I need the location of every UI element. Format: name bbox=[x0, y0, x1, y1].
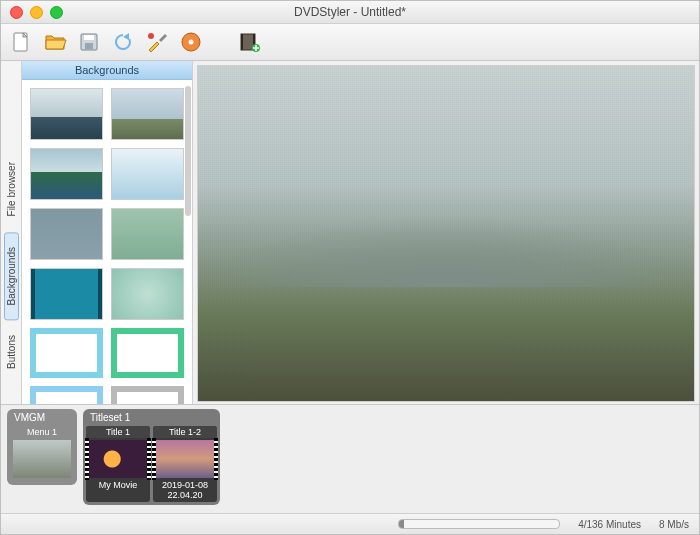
status-bitrate: 8 Mb/s bbox=[659, 519, 689, 530]
timeline-group-label: VMGM bbox=[10, 411, 74, 426]
svg-point-6 bbox=[148, 33, 154, 39]
clip-thumb bbox=[89, 440, 147, 478]
bg-thumb[interactable] bbox=[30, 208, 103, 260]
minimize-window-button[interactable] bbox=[30, 6, 43, 19]
clip-head: Title 1 bbox=[86, 426, 150, 438]
clip-head: Menu 1 bbox=[10, 426, 74, 438]
refresh-button[interactable] bbox=[109, 28, 137, 56]
bg-thumb[interactable] bbox=[111, 386, 184, 404]
add-video-icon bbox=[237, 30, 261, 54]
svg-marker-5 bbox=[123, 33, 129, 40]
side-tab-strip: File browser Backgrounds Buttons bbox=[1, 61, 22, 404]
bg-thumb[interactable] bbox=[111, 328, 184, 378]
backgrounds-scrollbar[interactable] bbox=[185, 86, 191, 216]
disc-usage-bar bbox=[398, 519, 560, 529]
tools-icon bbox=[145, 30, 169, 54]
new-file-icon bbox=[9, 30, 33, 54]
bg-thumb[interactable] bbox=[111, 88, 184, 140]
clip-thumb bbox=[156, 440, 214, 478]
bg-thumb[interactable] bbox=[30, 88, 103, 140]
add-video-button[interactable] bbox=[235, 28, 263, 56]
bg-thumb[interactable] bbox=[111, 208, 184, 260]
new-file-button[interactable] bbox=[7, 28, 35, 56]
backgrounds-panel-title: Backgrounds bbox=[22, 61, 192, 80]
preview-pane bbox=[193, 61, 699, 404]
burn-button[interactable] bbox=[177, 28, 205, 56]
svg-rect-10 bbox=[241, 34, 243, 50]
timeline-group-titleset[interactable]: Titleset 1 Title 1 My Movie Title 1-2 20… bbox=[83, 409, 220, 505]
titlebar: DVDStyler - Untitled* bbox=[1, 1, 699, 24]
canvas-landscape bbox=[198, 187, 694, 288]
bg-thumb[interactable] bbox=[30, 148, 103, 200]
side-tab-buttons[interactable]: Buttons bbox=[4, 320, 19, 384]
menu-canvas[interactable] bbox=[197, 65, 695, 402]
timeline-group-label: Titleset 1 bbox=[86, 411, 217, 426]
timeline: VMGM Menu 1 Titleset 1 Title 1 My Movie … bbox=[1, 404, 699, 513]
clip-caption: 2019-01-08 22.04.20 bbox=[153, 480, 217, 500]
save-button[interactable] bbox=[75, 28, 103, 56]
bg-thumb[interactable] bbox=[30, 386, 103, 404]
save-icon bbox=[77, 30, 101, 54]
svg-rect-3 bbox=[84, 35, 94, 40]
bg-thumb[interactable] bbox=[111, 268, 184, 320]
backgrounds-panel: Backgrounds bbox=[22, 61, 193, 404]
timeline-clip[interactable]: Title 1 My Movie bbox=[86, 426, 150, 502]
zoom-window-button[interactable] bbox=[50, 6, 63, 19]
timeline-clip[interactable]: Title 1-2 2019-01-08 22.04.20 bbox=[153, 426, 217, 502]
clip-head: Title 1-2 bbox=[153, 426, 217, 438]
backgrounds-grid bbox=[22, 80, 192, 404]
side-tab-backgrounds[interactable]: Backgrounds bbox=[4, 232, 19, 320]
open-button[interactable] bbox=[41, 28, 69, 56]
side-tab-file-browser[interactable]: File browser bbox=[4, 147, 19, 231]
open-folder-icon bbox=[43, 30, 67, 54]
status-minutes: 4/136 Minutes bbox=[578, 519, 641, 530]
svg-rect-4 bbox=[85, 43, 93, 49]
clip-caption: My Movie bbox=[99, 480, 138, 490]
timeline-clip-menu[interactable]: Menu 1 bbox=[10, 426, 74, 482]
clip-thumb bbox=[13, 440, 71, 478]
bg-thumb[interactable] bbox=[111, 148, 184, 200]
timeline-group-vmgm[interactable]: VMGM Menu 1 bbox=[7, 409, 77, 485]
refresh-icon bbox=[111, 30, 135, 54]
status-bar: 4/136 Minutes 8 Mb/s bbox=[1, 513, 699, 534]
bg-thumb[interactable] bbox=[30, 328, 103, 378]
window-title: DVDStyler - Untitled* bbox=[1, 5, 699, 19]
burn-disc-icon bbox=[179, 30, 203, 54]
svg-point-8 bbox=[189, 40, 194, 45]
disc-usage-fill bbox=[399, 520, 404, 528]
settings-button[interactable] bbox=[143, 28, 171, 56]
close-window-button[interactable] bbox=[10, 6, 23, 19]
bg-thumb[interactable] bbox=[30, 268, 103, 320]
toolbar bbox=[1, 24, 699, 61]
